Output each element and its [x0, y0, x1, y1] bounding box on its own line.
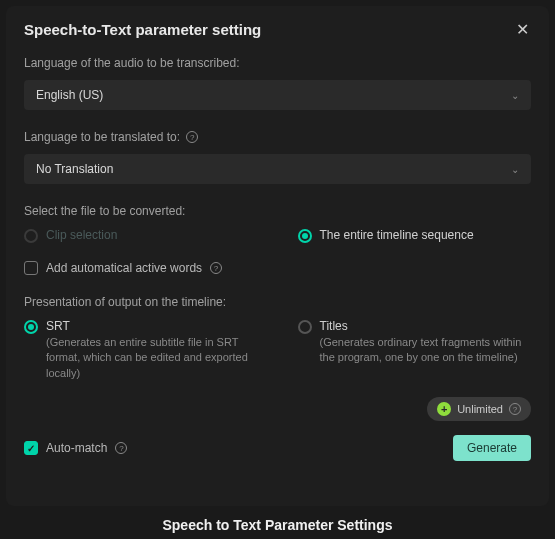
entire-timeline-label: The entire timeline sequence — [320, 228, 474, 242]
srt-option[interactable]: SRT (Generates an entire subtitle file i… — [24, 319, 258, 381]
audio-language-label: Language of the audio to be transcribed: — [24, 56, 531, 70]
add-active-words-row[interactable]: Add automatical active words ? — [24, 261, 531, 275]
badge-row: + Unlimited ? — [24, 397, 531, 421]
stt-dialog: Speech-to-Text parameter setting ✕ Langu… — [6, 6, 549, 506]
help-icon[interactable]: ? — [210, 262, 222, 274]
entire-timeline-option[interactable]: The entire timeline sequence — [298, 228, 532, 243]
page-caption: Speech to Text Parameter Settings — [0, 517, 555, 533]
select-file-label: Select the file to be converted: — [24, 204, 531, 218]
presentation-label: Presentation of output on the timeline: — [24, 295, 531, 309]
titles-desc: (Generates ordinary text fragments withi… — [320, 335, 532, 366]
checkbox-icon — [24, 261, 38, 275]
unlimited-badge[interactable]: + Unlimited ? — [427, 397, 531, 421]
radio-icon — [24, 229, 38, 243]
presentation-radio-group: SRT (Generates an entire subtitle file i… — [24, 319, 531, 381]
dialog-title: Speech-to-Text parameter setting — [24, 21, 261, 38]
chevron-down-icon: ⌄ — [511, 164, 519, 175]
auto-match-row[interactable]: Auto-match ? — [24, 441, 127, 455]
file-source-radio-group: Clip selection The entire timeline seque… — [24, 228, 531, 243]
radio-icon — [298, 229, 312, 243]
titles-label: Titles — [320, 319, 532, 333]
clip-selection-option: Clip selection — [24, 228, 258, 243]
chevron-down-icon: ⌄ — [511, 90, 519, 101]
help-icon[interactable]: ? — [115, 442, 127, 454]
plus-circle-icon: + — [437, 402, 451, 416]
audio-language-value: English (US) — [36, 88, 103, 102]
generate-button[interactable]: Generate — [453, 435, 531, 461]
srt-label: SRT — [46, 319, 258, 333]
dialog-footer: Auto-match ? Generate — [24, 435, 531, 461]
dialog-header: Speech-to-Text parameter setting ✕ — [24, 20, 531, 38]
translate-to-label: Language to be translated to: ? — [24, 130, 531, 144]
titles-option[interactable]: Titles (Generates ordinary text fragment… — [298, 319, 532, 381]
help-icon: ? — [509, 403, 521, 415]
translate-to-value: No Translation — [36, 162, 113, 176]
radio-icon — [298, 320, 312, 334]
auto-match-label: Auto-match — [46, 441, 107, 455]
help-icon[interactable]: ? — [186, 131, 198, 143]
radio-icon — [24, 320, 38, 334]
translate-to-select[interactable]: No Translation ⌄ — [24, 154, 531, 184]
clip-selection-label: Clip selection — [46, 228, 117, 242]
close-icon[interactable]: ✕ — [513, 20, 531, 38]
add-active-words-label: Add automatical active words — [46, 261, 202, 275]
checkbox-icon — [24, 441, 38, 455]
unlimited-label: Unlimited — [457, 403, 503, 415]
srt-desc: (Generates an entire subtitle file in SR… — [46, 335, 258, 381]
audio-language-select[interactable]: English (US) ⌄ — [24, 80, 531, 110]
